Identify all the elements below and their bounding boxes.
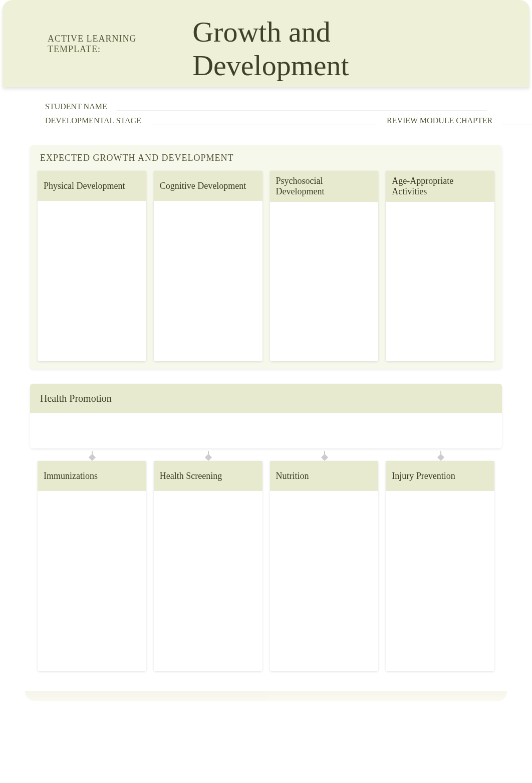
dev-stage-field[interactable] [151, 116, 377, 125]
student-name-label: STUDENT NAME [45, 102, 107, 111]
card-title: Psychosocial Development [270, 171, 379, 202]
dev-stage-label: DEVELOPMENTAL STAGE [45, 116, 141, 125]
card-title: Cognitive Development [154, 171, 262, 201]
card-nutrition: Nutrition [270, 461, 379, 671]
card-immunizations: Immunizations [38, 461, 146, 671]
header-band: ACTIVE LEARNING TEMPLATE: Growth and Dev… [3, 0, 529, 87]
review-chapter-field[interactable] [502, 116, 532, 125]
card-body[interactable] [270, 202, 379, 361]
card-cognitive-dev: Cognitive Development [154, 171, 262, 361]
card-injury-prevention: Injury Prevention [386, 461, 494, 671]
arrow-down-icon [270, 451, 379, 461]
page: ACTIVE LEARNING TEMPLATE: Growth and Dev… [0, 0, 532, 701]
card-title: Injury Prevention [386, 461, 494, 491]
card-activities: Age-Appropriate Activities [386, 171, 494, 361]
card-body[interactable] [386, 202, 494, 361]
card-health-screening: Health Screening [154, 461, 262, 671]
card-body[interactable] [38, 491, 146, 671]
main-title: Growth and Development [192, 15, 484, 82]
arrow-down-icon [386, 451, 494, 461]
card-title: Health Screening [154, 461, 262, 491]
card-psychosocial-dev: Psychosocial Development [270, 171, 379, 361]
health-promotion-panel: Health Promotion Immunizations Health Sc… [30, 384, 502, 671]
connectors [30, 451, 502, 461]
card-body[interactable] [38, 201, 146, 361]
card-title: Nutrition [270, 461, 379, 491]
expected-heading: EXPECTED GROWTH AND DEVELOPMENT [38, 153, 494, 163]
expected-grid: Physical Development Cognitive Developme… [38, 171, 494, 361]
card-title: Physical Development [38, 171, 146, 201]
student-name-field[interactable] [117, 102, 487, 111]
card-physical-dev: Physical Development [38, 171, 146, 361]
form-section: STUDENT NAME DEVELOPMENTAL STAGE REVIEW … [0, 87, 532, 135]
card-body[interactable] [386, 491, 494, 671]
hp-top-body[interactable] [30, 413, 502, 448]
review-chapter-label: REVIEW MODULE CHAPTER [387, 116, 492, 125]
arrow-down-icon [38, 451, 146, 461]
card-body[interactable] [270, 491, 379, 671]
expected-panel: EXPECTED GROWTH AND DEVELOPMENT Physical… [30, 145, 502, 369]
card-title: Immunizations [38, 461, 146, 491]
hp-top: Health Promotion [30, 384, 502, 448]
arrow-down-icon [154, 451, 262, 461]
hp-grid: Immunizations Health Screening Nutrition… [30, 461, 502, 671]
card-body[interactable] [154, 201, 262, 361]
footer-band [25, 691, 507, 701]
card-title: Age-Appropriate Activities [386, 171, 494, 202]
hp-heading: Health Promotion [30, 384, 502, 413]
card-body[interactable] [154, 491, 262, 671]
template-label: ACTIVE LEARNING TEMPLATE: [48, 34, 187, 55]
